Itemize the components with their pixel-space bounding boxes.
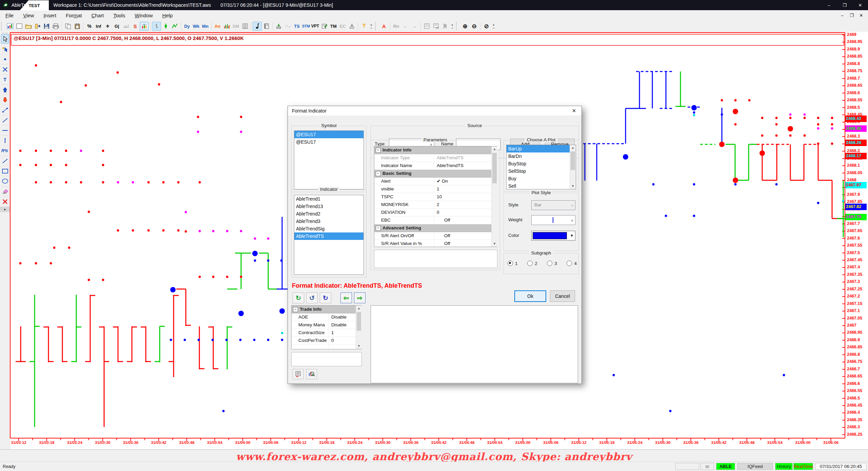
- sm-button[interactable]: SM: [231, 22, 240, 31]
- trade-info-scrollbar[interactable]: ▲▼: [356, 306, 362, 349]
- parameters-grid[interactable]: −Indicator InfoIndicator TypeAbleTrendTS…: [374, 146, 497, 247]
- scale-icon[interactable]: [121, 22, 131, 31]
- toolbar-overflow-button[interactable]: ▾‗: [369, 22, 374, 31]
- grid-row[interactable]: visible1: [374, 185, 497, 193]
- grid-row[interactable]: S/R Alert On/OffOff: [374, 232, 497, 240]
- collapse-icon[interactable]: −: [376, 226, 381, 231]
- plot-list-item[interactable]: Sell: [507, 182, 576, 189]
- ts-button[interactable]: TS: [292, 22, 301, 31]
- trade-info-grid[interactable]: −Trade InfoAOEDisableMoney ManaDisableCo…: [291, 305, 362, 349]
- status-mail-panel[interactable]: ✉: [701, 463, 714, 470]
- forward-button[interactable]: →: [410, 22, 419, 31]
- hline-tool[interactable]: [1, 126, 9, 135]
- percent-button[interactable]: %: [85, 22, 94, 31]
- text-tool[interactable]: T: [1, 75, 9, 84]
- auto-order-button[interactable]: A: [379, 22, 389, 31]
- zigzag-icon[interactable]: [170, 22, 179, 31]
- prev-indicator-button[interactable]: ⇦: [340, 292, 352, 303]
- copy-icon[interactable]: [63, 22, 73, 31]
- trendline-tool[interactable]: [1, 116, 9, 125]
- weight-combo[interactable]: ∨: [531, 215, 575, 225]
- open-folder-icon[interactable]: [24, 22, 33, 31]
- mdi-close-button[interactable]: ✕: [856, 13, 866, 18]
- refresh-green-button[interactable]: ↻: [293, 292, 304, 303]
- grid-cell-value[interactable]: Off: [434, 240, 497, 247]
- chart-search-button[interactable]: [306, 369, 317, 379]
- print-icon[interactable]: [51, 22, 60, 31]
- cross-tool[interactable]: [1, 65, 9, 74]
- color-picker[interactable]: ▼: [531, 231, 575, 241]
- indicator-list-item[interactable]: AbleTrend2: [294, 210, 363, 218]
- up-arrow-tool[interactable]: [1, 85, 9, 94]
- chart-window-icon[interactable]: [5, 22, 15, 31]
- grid-cell-value[interactable]: Off: [434, 232, 497, 240]
- grid-button[interactable]: G|: [112, 22, 121, 31]
- grid-cell-value[interactable]: ✔ On: [434, 178, 497, 185]
- plot-listbox[interactable]: BarUpBarDnBuyStopSellStopBuySellExit: [506, 145, 576, 189]
- zoom-out-button[interactable]: ⊖: [470, 22, 479, 31]
- grid-cell-value[interactable]: 0: [434, 209, 497, 216]
- symbol-list-item[interactable]: @ESU17: [294, 131, 363, 138]
- scroll-up-icon[interactable]: ▲: [356, 306, 362, 311]
- tm-button[interactable]: TM: [329, 22, 338, 31]
- stm-button[interactable]: STM: [301, 22, 311, 31]
- point-tool[interactable]: [1, 55, 9, 64]
- collapse-icon[interactable]: −: [376, 171, 381, 176]
- refresh-blue-button[interactable]: ↻: [320, 292, 331, 303]
- grid-row[interactable]: AOEDisable: [292, 313, 361, 321]
- plot-list-item[interactable]: BuyStop: [507, 160, 576, 167]
- plot-scrollbar[interactable]: ▲▼: [570, 145, 576, 189]
- subgraph-radio-1[interactable]: 1: [508, 261, 518, 266]
- grid-group-row[interactable]: −Basic Setting: [374, 170, 497, 178]
- mdi-restore-button[interactable]: ❐: [847, 13, 856, 18]
- bar-style-icon[interactable]: [152, 22, 161, 31]
- zoom-in-button[interactable]: ⊕: [460, 22, 470, 31]
- next-indicator-button[interactable]: ⇨: [354, 292, 366, 303]
- monthly-button[interactable]: Mn: [201, 22, 210, 31]
- plot-list-item[interactable]: BarUp: [507, 145, 576, 152]
- parameters-scrollbar[interactable]: ▲▼: [491, 146, 497, 247]
- grid-row[interactable]: [292, 345, 361, 349]
- ec-button[interactable]: EC: [338, 22, 347, 31]
- eraser-tool[interactable]: [1, 187, 9, 196]
- retracement-tool[interactable]: R%: [1, 146, 9, 155]
- volume-bars-icon[interactable]: [222, 22, 231, 31]
- save-icon[interactable]: [42, 22, 51, 31]
- indicator-list-item[interactable]: AbleTrendSig: [294, 225, 363, 232]
- toolbar-overflow-button[interactable]: ▾‗: [491, 22, 496, 31]
- book-icon[interactable]: [262, 22, 271, 31]
- collapse-icon[interactable]: −: [376, 148, 381, 153]
- ellipse-tool[interactable]: [1, 177, 9, 186]
- paste-icon[interactable]: [73, 22, 82, 31]
- maximize-button[interactable]: ❐: [837, 0, 852, 10]
- indicator-list-item[interactable]: AbleTrend13: [294, 203, 363, 210]
- symbol-list-item[interactable]: @ESU17: [294, 138, 363, 146]
- rebuild-button[interactable]: ↺: [306, 292, 318, 303]
- grid-cell-value[interactable]: AbleTrendTS: [434, 154, 497, 162]
- down-arrow-tool[interactable]: [1, 95, 9, 104]
- grid-row[interactable]: DEVIATION0: [374, 209, 497, 217]
- grid-cell-value[interactable]: AbleTrendTS: [434, 162, 497, 169]
- indicator-listbox[interactable]: AbleTrend1AbleTrend13AbleTrend2AbleTrend…: [294, 195, 364, 275]
- ok-button[interactable]: Ok: [514, 290, 546, 302]
- grid-cell-value[interactable]: 2: [434, 201, 497, 208]
- gauge-down2-icon[interactable]: [347, 22, 356, 31]
- scroll-up-icon[interactable]: ▲: [492, 146, 497, 152]
- plot-list-item[interactable]: BarDn: [507, 152, 576, 160]
- grid-row[interactable]: ContractSize1: [292, 329, 361, 337]
- grid-row[interactable]: MONEYRISK2: [374, 201, 497, 209]
- zoom-off-button[interactable]: ⊘: [482, 22, 491, 31]
- plot-list-item[interactable]: Buy: [507, 175, 576, 182]
- weekly-button[interactable]: Wk: [192, 22, 201, 31]
- help-button[interactable]: ?: [359, 22, 369, 31]
- indicator-list-item[interactable]: AbleTrendTS: [294, 232, 363, 240]
- delete-tool[interactable]: [1, 197, 9, 206]
- grid-group-row[interactable]: −Advanced Setting: [374, 224, 497, 232]
- subgraph-radio-3[interactable]: 3: [547, 261, 557, 266]
- vpt-button[interactable]: VPT: [311, 22, 320, 31]
- pointer-tool[interactable]: [1, 34, 9, 43]
- pin-icon[interactable]: [440, 22, 450, 31]
- grid-row[interactable]: Indicator TypeAbleTrendTS: [374, 154, 497, 162]
- import-icon[interactable]: [33, 22, 42, 31]
- menu-view[interactable]: View: [19, 11, 38, 20]
